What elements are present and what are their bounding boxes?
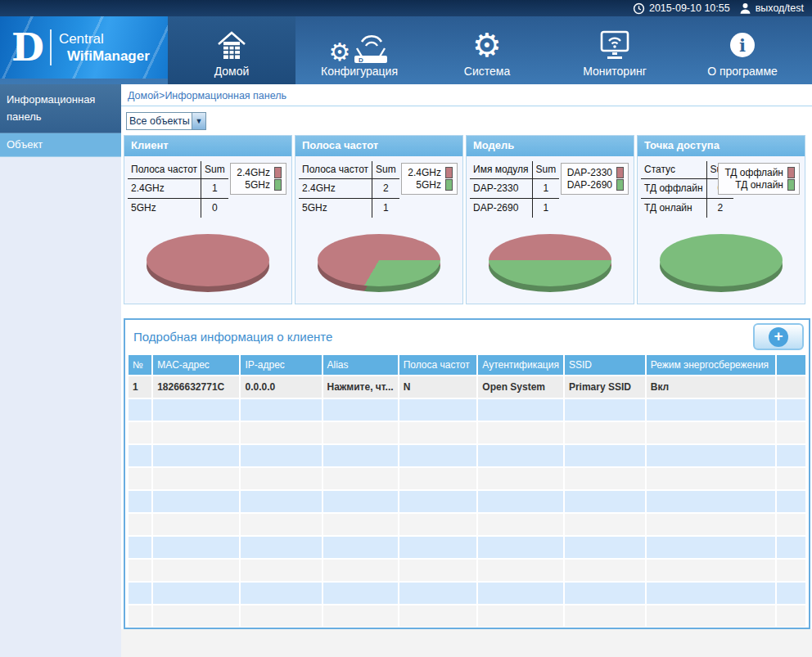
client-table: № MAC-адрес IP-адрес Alias Полоса частот… [127,353,807,628]
nav-tab-label: Система [464,65,510,78]
brand-logo: D Central WifiManager [0,16,168,79]
nav-tab-about[interactable]: i О программе [679,16,806,84]
gear-router-icon: ⚙ D [329,25,390,65]
pie-chart-model [489,234,611,293]
top-status-bar: 2015-09-10 10:55 выход/test [0,0,812,16]
table-row [129,537,805,558]
table-row [129,605,805,627]
client-table-body: 1 18266632771C 0.0.0.0 Нажмите, чт... N … [129,376,805,627]
panel-title: Модель [467,136,634,156]
scope-select[interactable]: Все объекты ▼ [126,112,206,130]
filter-row: Все объекты ▼ [121,106,812,133]
legend-swatch [787,179,795,191]
pie-chart-client [147,234,269,293]
pie-chart-band [318,234,440,293]
alias-link[interactable]: Нажмите, чт... [323,376,398,398]
chevron-down-icon[interactable]: ▼ [192,113,205,129]
table-header-row: № MAC-адрес IP-адрес Alias Полоса частот… [129,355,805,375]
panel-accesspoint: Точка доступа СтатусSum ТД оффлайн0 ТД о… [637,135,805,304]
table-row [129,422,805,443]
legend-swatch [445,179,453,191]
plus-icon: + [769,327,788,347]
breadcrumb[interactable]: Домой>Информационная панель [121,84,812,106]
table-row [129,491,805,512]
sidebar: Информационная панель Объект [0,84,121,657]
panel-table: Имя модуляSum DAP-23301 DAP-26901 [470,161,559,218]
content-background [121,629,812,657]
datetime: 2015-09-10 10:55 [649,2,730,14]
legend-swatch [616,167,624,178]
panel-title: Полоса частот [295,136,462,156]
main-nav: Домой ⚙ D Конфигурация ⚙ Система [168,16,812,84]
nav-tab-home[interactable]: Домой [168,16,295,84]
add-client-button[interactable]: + [753,323,804,350]
scope-select-value: Все объекты [127,115,192,127]
chart-legend: DAP-2330 DAP-2690 [561,163,629,195]
svg-text:D: D [359,56,363,64]
legend-swatch [616,179,624,191]
table-row [129,560,805,581]
chart-legend: ТД оффлайн ТД онлайн [718,163,800,195]
nav-tab-system[interactable]: ⚙ Система [423,16,551,84]
nav-tab-label: Мониторинг [583,65,647,78]
gear-icon: ⚙ [472,25,502,65]
nav-tab-configuration[interactable]: ⚙ D Конфигурация [295,16,423,84]
table-row [129,399,805,421]
nav-tab-label: О программе [707,65,778,78]
legend-swatch [787,167,795,178]
home-icon [215,25,248,65]
table-row [129,445,805,466]
main-content: Домой>Информационная панель Все объекты … [121,84,812,657]
panel-title: Клиент [124,136,291,156]
panel-table: Полоса частотSum 2.4GHz1 5GHz0 [128,161,228,218]
nav-tab-label: Домой [214,65,250,78]
clock-icon [633,2,645,15]
section-title: Подробная информация о клиенте [133,330,332,344]
panel-band: Полоса частот Полоса частотSum 2.4GHz2 5… [295,135,463,304]
table-row [129,468,805,489]
app-title: Central WifiManager [59,30,150,65]
logout-link[interactable]: выход/test [756,2,804,14]
user-icon [739,2,751,14]
chart-legend: 2.4GHz 5GHz [230,163,286,195]
table-row: 1 18266632771C 0.0.0.0 Нажмите, чт... N … [129,376,805,398]
nav-tab-label: Конфигурация [321,65,398,78]
panel-title: Точка доступа [638,136,805,156]
header: D Central WifiManager [0,16,812,84]
pie-chart-accesspoint [660,234,783,293]
panel-table: Полоса частотSum 2.4GHz2 5GHz1 [299,161,399,218]
table-row [129,583,805,604]
table-row [129,514,805,535]
panel-client: Клиент Полоса частотSum 2.4GHz1 5GHz0 2.… [124,135,292,304]
logo-divider [50,29,52,65]
legend-swatch [445,167,453,178]
sidebar-item-dashboard[interactable]: Информационная панель [0,84,121,133]
dlink-logo: D [11,29,44,66]
panel-model: Модель Имя модуляSum DAP-23301 DAP-26901… [466,135,634,304]
nav-tab-monitoring[interactable]: Мониторинг [551,16,679,84]
sidebar-item-object[interactable]: Объект [0,133,121,157]
summary-panels: Клиент Полоса частотSum 2.4GHz1 5GHz0 2.… [121,133,812,304]
legend-swatch [274,167,282,178]
legend-swatch [274,179,282,191]
monitor-wifi-icon [598,25,632,65]
client-detail-panel: Подробная информация о клиенте + № MAC-а… [124,318,810,629]
chart-legend: 2.4GHz 5GHz [401,163,458,195]
info-icon: i [730,25,755,65]
